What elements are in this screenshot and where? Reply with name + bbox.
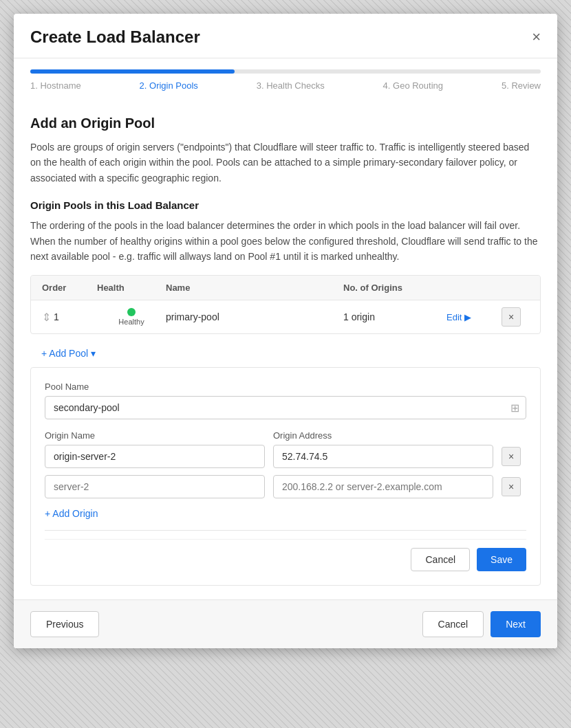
delete-pool-button[interactable]: × xyxy=(502,307,521,327)
pool-name-cell: primary-pool xyxy=(166,311,343,322)
description: Pools are groups of origin servers ("end… xyxy=(30,140,541,186)
origins-count-cell: 1 origin xyxy=(343,311,446,322)
close-button[interactable]: × xyxy=(532,30,541,45)
table-row: ⇕ 1 Healthy primary-pool 1 origin Edit ▶… xyxy=(31,300,540,333)
header-health: Health xyxy=(97,283,166,293)
step-origin-pools[interactable]: 2. Origin Pools xyxy=(140,80,198,91)
order-cell: ⇕ 1 xyxy=(42,311,97,324)
header-delete xyxy=(502,283,529,293)
origin-name-input-1[interactable] xyxy=(45,445,265,468)
origin-address-input-1[interactable] xyxy=(273,445,493,468)
delete-origin-2-button[interactable]: × xyxy=(502,477,521,496)
origin-row-2: × xyxy=(45,475,526,498)
pool-name-input[interactable] xyxy=(45,396,526,419)
next-button[interactable]: Next xyxy=(491,611,541,637)
ordering-text: The ordering of the pools in the load ba… xyxy=(30,218,541,264)
step-hostname[interactable]: 1. Hostname xyxy=(30,80,81,91)
header-order: Order xyxy=(42,283,97,293)
pool-name-label: Pool Name xyxy=(45,382,526,392)
step-health-checks[interactable]: 3. Health Checks xyxy=(257,80,325,91)
delete-origin-1-button[interactable]: × xyxy=(502,447,521,466)
form-save-button[interactable]: Save xyxy=(477,548,526,571)
origin-name-input-2[interactable] xyxy=(45,475,265,498)
origin-row-1: × xyxy=(45,445,526,468)
step-review[interactable]: 5. Review xyxy=(502,80,541,91)
origin-labels-row: Origin Name Origin Address xyxy=(45,430,526,441)
subsection-title: Origin Pools in this Load Balancer xyxy=(30,199,541,211)
add-pool-button[interactable]: + Add Pool ▾ xyxy=(30,342,107,364)
edit-pool-button[interactable]: Edit ▶ xyxy=(446,312,502,322)
add-origin-button[interactable]: + Add Origin xyxy=(45,505,98,522)
modal-title: Create Load Balancer xyxy=(30,27,200,47)
progress-fill xyxy=(30,69,235,74)
header-name: Name xyxy=(166,283,343,293)
table-header: Order Health Name No. of Origins xyxy=(31,276,540,300)
header-origins: No. of Origins xyxy=(343,283,446,293)
progress-bar-section: 1. Hostname 2. Origin Pools 3. Health Ch… xyxy=(14,58,557,91)
health-dot xyxy=(127,308,136,316)
header-actions xyxy=(446,283,502,293)
form-divider xyxy=(45,530,526,531)
pool-name-group: Pool Name ⊞ xyxy=(45,382,526,419)
form-cancel-button[interactable]: Cancel xyxy=(411,548,470,571)
pool-name-icon: ⊞ xyxy=(510,401,519,415)
section-title: Add an Origin Pool xyxy=(30,115,541,131)
progress-track xyxy=(30,69,541,74)
previous-button[interactable]: Previous xyxy=(30,611,99,637)
pools-table: Order Health Name No. of Origins ⇕ 1 Hea… xyxy=(30,275,541,334)
step-labels: 1. Hostname 2. Origin Pools 3. Health Ch… xyxy=(30,80,541,91)
origin-address-input-2[interactable] xyxy=(273,475,493,498)
health-label: Healthy xyxy=(118,318,144,326)
modal: Create Load Balancer × 1. Hostname 2. Or… xyxy=(14,14,557,648)
order-number: 1 xyxy=(54,311,59,322)
pool-name-input-wrapper: ⊞ xyxy=(45,396,526,419)
footer-right: Cancel Next xyxy=(422,611,541,637)
health-cell: Healthy xyxy=(97,308,166,326)
origin-address-label: Origin Address xyxy=(273,430,493,441)
modal-body: Add an Origin Pool Pools are groups of o… xyxy=(14,102,557,599)
pool-form: Pool Name ⊞ Origin Name Origin Address × xyxy=(30,367,541,586)
modal-header: Create Load Balancer × xyxy=(14,14,557,58)
step-geo-routing[interactable]: 4. Geo Routing xyxy=(383,80,443,91)
origin-name-label: Origin Name xyxy=(45,430,265,441)
drag-icon: ⇕ xyxy=(42,311,51,324)
cancel-button[interactable]: Cancel xyxy=(422,611,484,637)
modal-footer: Previous Cancel Next xyxy=(14,599,557,648)
form-actions: Cancel Save xyxy=(45,539,526,571)
